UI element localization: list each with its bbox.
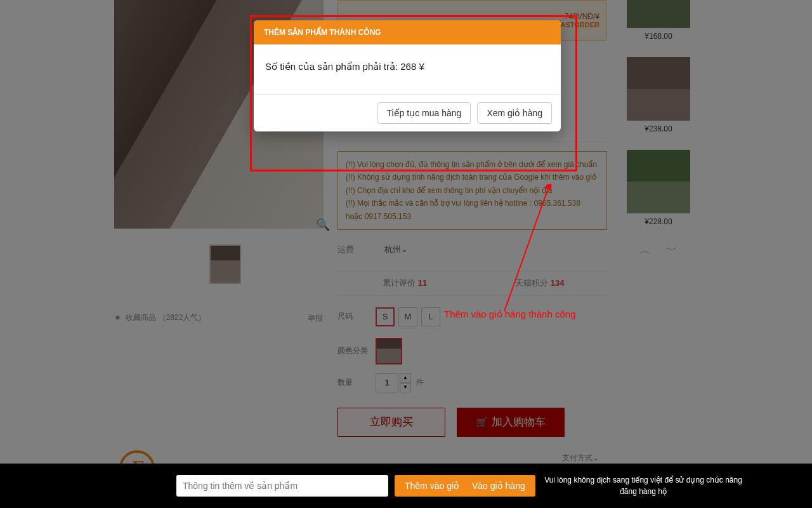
- bottom-add-button[interactable]: Thêm vào giỏ: [395, 475, 469, 497]
- chevron-down-icon[interactable]: ⌄: [401, 244, 408, 254]
- color-swatch[interactable]: [376, 338, 402, 364]
- rating-tabs: 累计评价 11 天猫积分 134: [337, 271, 607, 296]
- view-cart-button[interactable]: Xem giỏ hàng: [477, 102, 552, 124]
- favorite-line[interactable]: ★ 收藏商品 （2822人气）: [114, 312, 206, 323]
- note-input[interactable]: [176, 475, 388, 497]
- qty-row: 数量 ▲ ▼ 件: [337, 373, 607, 392]
- buy-now-button[interactable]: 立即购买: [337, 408, 445, 437]
- chevron-down-icon: ⌄: [593, 453, 599, 462]
- report-link[interactable]: 举报: [308, 313, 323, 324]
- related-nav: ︿ ﹀: [624, 243, 693, 258]
- fastorder-tag: FASTORDER: [556, 21, 599, 29]
- favorite-label: 收藏商品: [126, 313, 156, 322]
- notice-line: (!!) Vui lòng chọn đủ, đủ thông tin sản …: [346, 158, 599, 171]
- price-suffix: .740VNĐ/¥: [556, 12, 599, 21]
- modal-title: THÊM SẢN PHẨM THÀNH CÔNG: [254, 20, 561, 44]
- size-row: 尺码 S M L: [337, 307, 607, 326]
- size-option-s[interactable]: S: [376, 307, 395, 326]
- qty-input[interactable]: [376, 373, 398, 392]
- qty-unit: 件: [416, 377, 424, 388]
- ship-from[interactable]: 杭州: [384, 244, 401, 254]
- qty-up-button[interactable]: ▲: [400, 373, 411, 383]
- notice-line: (!!) Mọi thắc mắc và cần hỗ trợ vui lòng…: [346, 197, 599, 223]
- shipping-label: 运费: [337, 244, 354, 255]
- bottom-bar: Thêm vào giỏ Vào giỏ hàng Vui lòng không…: [0, 464, 812, 508]
- continue-shopping-button[interactable]: Tiếp tục mua hàng: [377, 102, 471, 124]
- add-to-cart-button[interactable]: 🛒加入购物车: [457, 408, 565, 437]
- modal-footer: Tiếp tục mua hàng Xem giỏ hàng: [254, 94, 561, 131]
- tab-credit[interactable]: 天猫积分 134: [473, 271, 608, 295]
- size-label: 尺码: [337, 311, 376, 322]
- qty-down-button[interactable]: ▼: [400, 383, 411, 392]
- related-image: [627, 0, 690, 28]
- related-products: ¥168.00 ¥238.00 ¥228.00 ︿ ﹀: [624, 0, 693, 258]
- scroll-up-icon[interactable]: ︿: [639, 243, 651, 258]
- related-image: [627, 150, 690, 213]
- payment-method[interactable]: 支付方式⌄: [562, 453, 599, 464]
- shipping-row: 运费 杭州⌄: [337, 244, 607, 255]
- related-price: ¥228.00: [645, 217, 672, 226]
- scroll-down-icon[interactable]: ﹀: [666, 243, 678, 258]
- bottom-help-text: Vui lòng không dịch sang tiếng việt để s…: [538, 474, 749, 497]
- modal-body: Số tiền của sản phẩm phải trả: 268 ¥: [254, 44, 561, 94]
- related-price: ¥168.00: [645, 32, 672, 41]
- cta-row: 立即购买 🛒加入购物车: [337, 408, 607, 437]
- related-price: ¥238.00: [645, 124, 672, 133]
- related-item[interactable]: ¥168.00: [624, 0, 693, 41]
- tab-reviews[interactable]: 累计评价 11: [337, 271, 473, 295]
- size-option-l[interactable]: L: [421, 307, 440, 326]
- notice-line: (!!) Không sử dụng tính năng dịch toàn t…: [346, 171, 599, 184]
- size-option-m[interactable]: M: [398, 307, 417, 326]
- related-item[interactable]: ¥238.00: [624, 57, 693, 133]
- qty-stepper: ▲ ▼: [400, 373, 411, 392]
- product-thumbnail[interactable]: [209, 244, 241, 284]
- cart-icon: 🛒: [476, 417, 488, 427]
- qty-label: 数量: [337, 377, 376, 388]
- success-modal: THÊM SẢN PHẨM THÀNH CÔNG Số tiền của sản…: [254, 20, 561, 131]
- bottom-goto-cart-button[interactable]: Vào giỏ hàng: [462, 475, 535, 497]
- star-icon: ★: [114, 313, 121, 322]
- notice-box: (!!) Vui lòng chọn đủ, đủ thông tin sản …: [337, 151, 607, 230]
- color-row: 颜色分类: [337, 338, 607, 364]
- favorite-count: （2822人气）: [159, 313, 206, 322]
- related-image: [627, 57, 690, 121]
- related-item[interactable]: ¥228.00: [624, 150, 693, 226]
- notice-line: (!!) Chọn địa chỉ kho để xem thông tin p…: [346, 184, 599, 197]
- zoom-icon[interactable]: 🔍: [316, 218, 330, 232]
- color-label: 颜色分类: [337, 345, 376, 356]
